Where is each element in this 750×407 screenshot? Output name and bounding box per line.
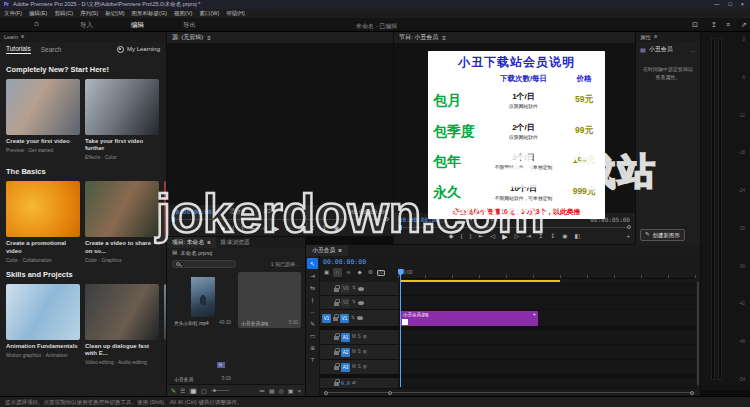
scrollbar-handle[interactable] xyxy=(324,391,328,395)
project-tab[interactable]: 项目: 未命名 ≡ xyxy=(167,237,216,248)
project-item-video[interactable]: 片头小彩虹.mp449:30 xyxy=(171,272,234,328)
project-item-sequence[interactable]: ▤ 小丑会员5:00 xyxy=(171,328,234,384)
play-icon[interactable]: ▶ xyxy=(274,225,279,232)
track-target-v3[interactable]: V3 xyxy=(341,284,350,293)
thumbnail-zoom-slider[interactable] xyxy=(211,390,229,391)
tutorial-card[interactable]: Animation Fundamentals Motion graphics ·… xyxy=(6,284,80,365)
export-frame-icon[interactable]: ◉ xyxy=(334,225,339,231)
more-options-icon[interactable]: … xyxy=(690,47,696,53)
mute-icon[interactable]: M xyxy=(352,350,356,355)
menu-view[interactable]: 视图(V) xyxy=(174,10,192,17)
solo-icon[interactable]: S xyxy=(358,335,361,340)
go-to-in-icon[interactable]: ⇤ xyxy=(478,233,483,239)
sync-lock-icon[interactable]: ⇅ xyxy=(351,316,355,321)
source-patch-v1[interactable]: V1 xyxy=(322,314,331,323)
step-forward-icon[interactable]: ▷ xyxy=(515,233,520,239)
track-output-icon[interactable] xyxy=(358,287,364,291)
share-icon[interactable]: ↥ xyxy=(711,21,717,28)
writable-icon[interactable]: ✎ xyxy=(171,388,176,394)
voiceover-mic-icon[interactable]: ◍ xyxy=(363,365,367,370)
create-graphic-button[interactable]: ✎ 创建新图形 xyxy=(640,229,685,241)
pen-tool[interactable]: ✎ xyxy=(307,318,318,329)
bin-path[interactable]: 未命名.prproj xyxy=(180,250,212,257)
workspace-tab-edit[interactable]: 编辑 xyxy=(131,21,144,33)
tutorial-card[interactable]: Clean up dialogue fast with E... Video e… xyxy=(85,284,159,365)
panel-menu-icon[interactable]: ≡ xyxy=(442,35,446,41)
track-target-a1[interactable]: A1 xyxy=(341,333,350,342)
maximize-icon[interactable]: □ xyxy=(728,2,731,8)
menu-help[interactable]: 帮助(H) xyxy=(226,10,245,17)
track-target-a3[interactable]: A3 xyxy=(341,363,350,372)
tutorial-card-partial[interactable] xyxy=(164,181,166,237)
sync-lock-icon[interactable]: ⇅ xyxy=(352,300,356,305)
insert-icon[interactable]: ↥ xyxy=(310,225,315,231)
add-marker-icon[interactable]: ◆ xyxy=(355,268,364,277)
source-monitor-screen[interactable] xyxy=(167,43,393,205)
solo-icon[interactable]: S xyxy=(358,350,361,355)
new-bin-icon[interactable]: ▤ xyxy=(269,388,275,394)
lock-icon[interactable] xyxy=(334,351,339,355)
project-item-image[interactable]: 小丑会员.jpg5:00 xyxy=(238,272,301,328)
master-gain-value[interactable]: 0.0 xyxy=(341,380,350,386)
lock-icon[interactable] xyxy=(334,288,339,292)
menu-sequence[interactable]: 序列(S) xyxy=(80,10,98,17)
tab-tutorials[interactable]: Tutorials xyxy=(6,45,31,54)
track-a1-lane[interactable] xyxy=(398,330,696,344)
track-a3-lane[interactable] xyxy=(398,360,696,374)
menu-clip[interactable]: 剪辑(C) xyxy=(54,10,73,17)
menu-window[interactable]: 窗口(W) xyxy=(199,10,219,17)
menu-edit[interactable]: 编辑(E) xyxy=(29,10,47,17)
fit-sequence-icon[interactable]: ⇄ xyxy=(352,381,356,386)
linked-selection-icon[interactable]: ∞ xyxy=(344,268,353,277)
comparison-view-icon[interactable]: ◧ xyxy=(575,233,581,239)
project-search-input[interactable] xyxy=(172,260,236,268)
fullscreen-icon[interactable]: ⇗ xyxy=(741,21,747,28)
panel-menu-icon[interactable]: ≡ xyxy=(207,240,210,246)
track-a2-lane[interactable] xyxy=(398,345,696,359)
tutorial-card-partial[interactable] xyxy=(164,284,166,340)
mute-icon[interactable]: M xyxy=(352,335,356,340)
type-tool[interactable]: T xyxy=(307,354,318,365)
timeline-ruler[interactable]: 00:00 xyxy=(398,268,696,279)
track-target-v2[interactable]: V2 xyxy=(341,298,350,307)
track-output-icon[interactable] xyxy=(358,301,364,305)
step-back-icon[interactable]: ◁ xyxy=(262,225,267,231)
track-target-a2[interactable]: A2 xyxy=(341,348,350,357)
mute-icon[interactable]: M xyxy=(352,365,356,370)
tutorial-card[interactable]: Take your first video further Effects · … xyxy=(85,79,159,160)
menu-file[interactable]: 文件(F) xyxy=(4,10,22,17)
go-to-in-icon[interactable]: ⇤ xyxy=(250,225,255,231)
track-v2-lane[interactable] xyxy=(398,296,696,309)
menu-graphics[interactable]: 图形和标题(G) xyxy=(132,10,167,17)
sync-lock-icon[interactable]: ⇅ xyxy=(352,286,356,291)
lock-icon[interactable] xyxy=(334,302,339,306)
track-v1-lane[interactable]: 小丑会员.jpg ✦ xyxy=(398,310,696,326)
find-icon[interactable]: ◎ xyxy=(279,388,284,394)
tutorial-card[interactable]: Create your first video Preview · Get st… xyxy=(6,79,80,160)
timeline-timecode[interactable]: 00:00:00:00 xyxy=(323,258,366,266)
source-playhead[interactable] xyxy=(172,217,175,222)
captions-icon[interactable]: CC xyxy=(377,270,385,276)
source-timecode[interactable]: 00:00:00:00 xyxy=(172,208,212,215)
overwrite-icon[interactable]: ↧ xyxy=(322,225,327,231)
export-frame-icon[interactable]: ◉ xyxy=(562,233,567,239)
audio-meters-panel[interactable]: 0-6 -12-18 -24-30 -36-42 -48-54 xyxy=(701,32,750,390)
add-marker-icon[interactable]: ◆ xyxy=(449,233,454,239)
track-target-v1[interactable]: V1 xyxy=(340,314,349,323)
go-to-out-icon[interactable]: ⇥ xyxy=(298,225,303,231)
scrub-zoom-handle[interactable] xyxy=(385,217,389,221)
nest-toggle-icon[interactable]: ▣ xyxy=(322,268,331,277)
icon-view-icon[interactable]: ▦ xyxy=(189,388,197,394)
rectangle-tool[interactable]: ▭ xyxy=(307,330,318,341)
workspace-tab-import[interactable]: 导入 xyxy=(80,21,93,30)
add-marker-icon[interactable]: ◆ xyxy=(221,225,226,231)
mark-out-icon[interactable]: } xyxy=(241,225,243,231)
tutorial-card[interactable]: Create a video to share on so... Color ·… xyxy=(85,181,159,262)
selection-tool[interactable]: ↖ xyxy=(307,258,318,269)
mark-in-icon[interactable]: { xyxy=(232,225,234,231)
close-icon[interactable]: × xyxy=(741,2,744,8)
track-select-tool[interactable]: ⇥ xyxy=(307,270,318,281)
step-forward-icon[interactable]: ▷ xyxy=(286,225,291,231)
list-view-icon[interactable]: ☰ xyxy=(180,388,185,394)
timeline-horizontal-scrollbar[interactable] xyxy=(326,392,692,394)
